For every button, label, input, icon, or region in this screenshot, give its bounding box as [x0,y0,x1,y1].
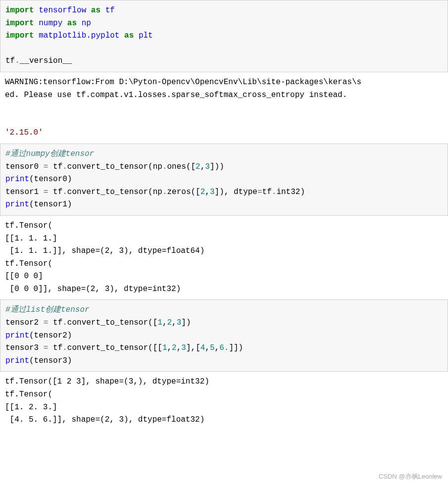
print-arg: (tensor2) [29,331,72,340]
name-tf: tf [48,162,62,171]
comma: , [205,343,210,352]
print-arg: (tensor0) [29,175,72,184]
op-eq: = [257,188,262,196]
print-arg: (tensor3) [29,356,72,365]
dot: . [162,188,167,196]
lbracket: ([[ [148,343,162,352]
dot: . [272,188,277,196]
lbracket: ([ [148,318,157,327]
warning-line-2: ed. Please use tf.compat.v1.losses.spars… [5,91,347,99]
name-np: np [153,162,162,171]
rbracket: ]]) [229,343,243,352]
code-cell-2: #通过numpy创建tensor tensor0 = tf.convert_to… [0,144,448,216]
name-tf: tf [48,188,62,196]
op-eq: = [44,188,49,196]
fn-zeros: zeros [167,188,191,196]
lparen: ( [148,188,153,196]
lbracket: ([ [186,162,196,171]
comma: , [172,318,177,327]
fn-convert: convert_to_tensor [67,343,148,352]
comma: , [205,188,210,196]
name-tf: tf [262,188,272,196]
num-2: 2 [172,343,177,352]
tensor-output-2: tf.Tensor( [[1. 1. 1.] [1. 1. 1.]], shap… [5,221,204,293]
dot: . [162,162,167,171]
module-matplotlib: matplotlib.pyplot [39,31,119,40]
num-2: 2 [200,188,205,196]
var-tensor0: tensor0 [5,162,44,171]
num-3: 3 [181,343,186,352]
comma: , [215,343,220,352]
var-tensor2: tensor2 [5,318,44,327]
keyword-as: as [124,31,134,40]
comma: , [177,343,182,352]
num-4: 4 [200,343,205,352]
name-tf: tf [5,56,15,65]
lparen: ( [148,162,153,171]
num-5: 5 [210,343,215,352]
fn-convert: convert_to_tensor [67,188,148,196]
version-attr: __version__ [20,56,72,65]
fn-convert: convert_to_tensor [67,162,148,171]
keyword-import: import [5,31,34,40]
fn-convert: convert_to_tensor [67,318,148,327]
tensor-output-3: tf.Tensor([1 2 3], shape=(3,), dtype=int… [5,377,209,424]
num-1: 1 [157,318,162,327]
dot: . [15,56,20,65]
comma: , [167,343,172,352]
comment-numpy-tensor: #通过numpy创建tensor [5,149,94,158]
name-np: np [153,188,162,196]
lbracket: ([ [191,188,200,196]
num-2: 2 [196,162,200,171]
output-cell-2: tf.Tensor( [[1. 1. 1.] [1. 1. 1.]], shap… [0,216,448,300]
op-eq: = [44,162,49,171]
alias-np: np [82,19,91,28]
keyword-as: as [91,6,100,15]
rparen: ) [300,188,305,196]
warning-line-1: WARNING:tensorflow:From D:\Pyton-Opencv\… [5,78,361,87]
rbracket-mid: ],[ [186,343,200,352]
op-eq: = [44,343,49,352]
version-output: '2.15.0' [5,128,43,137]
fn-print: print [5,356,29,365]
num-6: 6. [219,343,229,352]
num-1: 1 [162,343,167,352]
num-3: 3 [210,188,215,196]
comma: , [162,318,167,327]
fn-print: print [5,175,29,184]
rbracket: ])) [210,162,224,171]
dot: . [62,188,67,196]
rbracket-dtype: ]), dtype [215,188,257,196]
type-int32: int32 [276,188,300,196]
module-tensorflow: tensorflow [39,6,86,15]
keyword-import: import [5,6,34,15]
name-tf: tf [48,343,62,352]
comma: , [200,162,205,171]
dot: . [62,318,67,327]
keyword-import: import [5,19,34,28]
alias-plt: plt [139,31,153,40]
output-cell-1: WARNING:tensorflow:From D:\Pyton-Opencv\… [0,72,448,144]
fn-ones: ones [167,162,186,171]
dot: . [62,343,67,352]
code-cell-1: import tensorflow as tf import numpy as … [0,0,448,72]
fn-print: print [5,331,29,340]
print-arg: (tensor1) [29,200,72,209]
rbracket: ]) [181,318,191,327]
code-cell-3: #通过list创建tensor tensor2 = tf.convert_to_… [0,299,448,372]
var-tensor1: tensor1 [5,188,44,196]
num-3: 3 [205,162,210,171]
module-numpy: numpy [39,19,62,28]
op-eq: = [44,318,49,327]
alias-tf: tf [105,6,115,15]
num-2: 2 [167,318,172,327]
var-tensor3: tensor3 [5,343,44,352]
comment-list-tensor: #通过list创建tensor [5,305,90,314]
num-3: 3 [177,318,182,327]
fn-print: print [5,200,29,209]
keyword-as: as [67,19,77,28]
output-cell-3: tf.Tensor([1 2 3], shape=(3,), dtype=int… [0,372,448,430]
name-tf: tf [48,318,62,327]
dot: . [62,162,67,171]
